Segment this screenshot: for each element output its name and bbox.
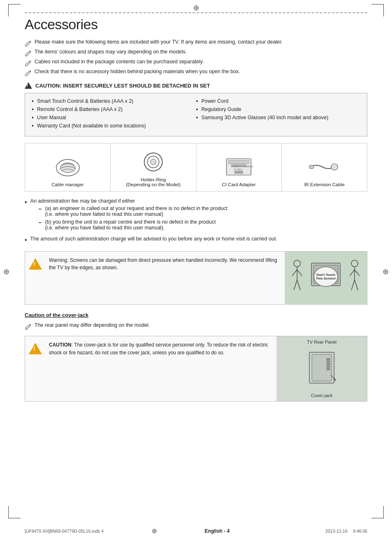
sub-dash-list: – (a) an engineer is called out at your … — [39, 206, 228, 231]
illus-label-2: Holder-Ring (Depending on the Model) — [126, 177, 180, 187]
acc-item-4: • Warranty Card (Not available in some l… — [32, 123, 196, 129]
ci-card-img: COMMON INTERFACE 5V ONLY — [222, 154, 255, 179]
acc-item-2: • Remote Control & Batteries (AAA x 2) — [32, 106, 196, 112]
body-bullet-text-2: The amount of such administration charge… — [30, 236, 277, 242]
svg-line-17 — [294, 280, 297, 290]
caution-body-text: : The cover-jack is for use by qualified… — [49, 342, 268, 356]
caution-icon-col — [25, 336, 46, 401]
svg-point-21 — [351, 260, 358, 267]
footer-right: 2013-12-16 9:46:06 — [325, 529, 367, 534]
caution-text-col: CAUTION: The cover-jack is for use by qu… — [46, 336, 277, 401]
bullet-r3: • — [196, 115, 198, 120]
body-bullet-text-1: An administration fee may be charged if … — [30, 198, 228, 233]
note-text-2: The items' colours and shapes may vary d… — [35, 49, 187, 55]
caution-bold-text: CAUTION — [49, 342, 71, 348]
warning-text-col: Warning: Screens can be damaged from dir… — [46, 252, 285, 304]
cover-jack-note: The rear panel may differ depending on t… — [25, 322, 367, 330]
svg-line-16 — [297, 270, 302, 276]
note-item-2: The items' colours and shapes may vary d… — [25, 49, 367, 57]
top-center-icon: ⊕ — [193, 3, 199, 12]
body-bullet-dot-2: • — [25, 236, 27, 244]
section-title: Caution of the cover-jack — [25, 312, 367, 318]
footer-left: [UF6470-XH]BN68-04779D-05L16.indb 4 — [25, 529, 104, 534]
svg-rect-33 — [327, 368, 330, 370]
illus-ir-cable: IR Extension Cable — [282, 143, 367, 191]
svg-text:COMMON INTERFACE: COMMON INTERFACE — [231, 165, 253, 168]
accessories-right-col: • Power Cord • Regulatory Guide • Samsun… — [196, 98, 360, 131]
acc-item-3: • User Manual — [32, 115, 196, 120]
dont-touch-badge: Don't Touch This Screen! — [314, 266, 338, 287]
illus-cable-manager: Cable manager — [25, 143, 111, 191]
illus-label-3: CI Card Adapter — [222, 182, 256, 187]
svg-point-11 — [331, 164, 338, 170]
svg-point-4 — [150, 159, 156, 165]
svg-rect-10 — [235, 171, 243, 173]
page-title: Accessories — [25, 16, 367, 32]
bullet-3: • — [32, 115, 34, 120]
svg-rect-30 — [327, 361, 330, 363]
dashed-divider — [25, 12, 367, 13]
acc-label-4: Warranty Card (Not available in some loc… — [37, 123, 146, 129]
pencil-icon-1 — [25, 39, 32, 47]
dash-1: – — [39, 206, 42, 212]
pencil-icon-3 — [25, 59, 32, 67]
acc-item-r2: • Regulatory Guide — [196, 106, 360, 112]
caution-box: CAUTION: The cover-jack is for use by qu… — [25, 336, 367, 402]
dont-touch-line2: This Screen! — [316, 277, 336, 280]
svg-text:5V ONLY: 5V ONLY — [234, 168, 242, 171]
svg-rect-32 — [327, 366, 330, 367]
accessories-left-col: • Smart Touch Control & Batteries (AAA x… — [32, 98, 196, 131]
note-item-4: Check that there is no accessory hidden … — [25, 69, 367, 76]
illus-holder-ring: Holder-Ring (Depending on the Model) — [111, 143, 196, 191]
caution-header: CAUTION: INSERT SECURELY LEST SHOULD BE … — [25, 82, 367, 89]
dont-touch-line1: Don't Touch — [316, 273, 335, 277]
corner-bl — [8, 506, 21, 518]
acc-item-1: • Smart Touch Control & Batteries (AAA x… — [32, 98, 196, 104]
bullet-1: • — [32, 98, 34, 104]
pencil-icon-2 — [25, 49, 32, 57]
svg-line-15 — [292, 270, 297, 276]
tv-lift-scene: Don't Touch This Screen! — [285, 252, 367, 304]
pencil-icon-5 — [25, 323, 32, 330]
holder-ring-img — [139, 149, 168, 174]
bullet-2: • — [32, 106, 34, 112]
svg-line-26 — [355, 280, 358, 290]
side-icon-left: ⊕ — [3, 267, 9, 276]
corner-br — [371, 506, 384, 518]
bullet-r1: • — [196, 98, 198, 104]
corner-tl — [8, 4, 21, 16]
caution-tv-col: TV Rear Panel Cover-jack — [277, 336, 367, 401]
cover-jack-label: Cover-jack — [311, 393, 333, 398]
dash-2: – — [39, 219, 42, 226]
body-bullet-2: • The amount of such administration char… — [25, 236, 367, 244]
acc-label-r2: Regulatory Guide — [201, 106, 241, 112]
acc-label-1: Smart Touch Control & Batteries (AAA x 2… — [37, 98, 134, 104]
note-item-1: Please make sure the following items are… — [25, 39, 367, 47]
sub-dash-text-2: (b) you bring the unit to a repair centr… — [45, 219, 216, 231]
acc-label-r1: Power Cord — [201, 98, 228, 104]
svg-rect-31 — [327, 363, 330, 365]
warning-icon-col — [25, 252, 46, 304]
svg-rect-12 — [309, 165, 314, 169]
acc-label-3: User Manual — [37, 115, 66, 120]
tv-rear-label: TV Rear Panel — [307, 340, 337, 344]
footer: [UF6470-XH]BN68-04779D-05L16.indb 4 ⊕ En… — [0, 527, 392, 535]
svg-point-1 — [60, 163, 75, 173]
accessories-box: • Smart Touch Control & Batteries (AAA x… — [25, 93, 367, 136]
body-bullet-dot-1: • — [25, 198, 27, 206]
acc-label-2: Remote Control & Batteries (AAA x 2) — [37, 106, 122, 112]
svg-line-24 — [355, 270, 360, 276]
sub-dash-item-1: – (a) an engineer is called out at your … — [39, 206, 228, 217]
cover-jack-section: Caution of the cover-jack The rear panel… — [25, 312, 367, 402]
body-content: • An administration fee may be charged i… — [25, 198, 367, 244]
ir-cable-img — [308, 154, 341, 179]
caution-triangle-icon — [25, 82, 32, 89]
svg-line-23 — [350, 270, 355, 276]
warning-box: Warning: Screens can be damaged from dir… — [25, 251, 367, 305]
page: ⊕ ⊕ ⊕ Accessories Please make sure the f… — [0, 0, 392, 543]
bullet-r2: • — [196, 106, 198, 112]
acc-item-r1: • Power Cord — [196, 98, 360, 104]
warning-img-col: Don't Touch This Screen! — [285, 252, 367, 304]
caution-header-text: CAUTION: INSERT SECURELY LEST SHOULD BE … — [35, 83, 210, 89]
note-text-1: Please make sure the following items are… — [35, 39, 283, 45]
